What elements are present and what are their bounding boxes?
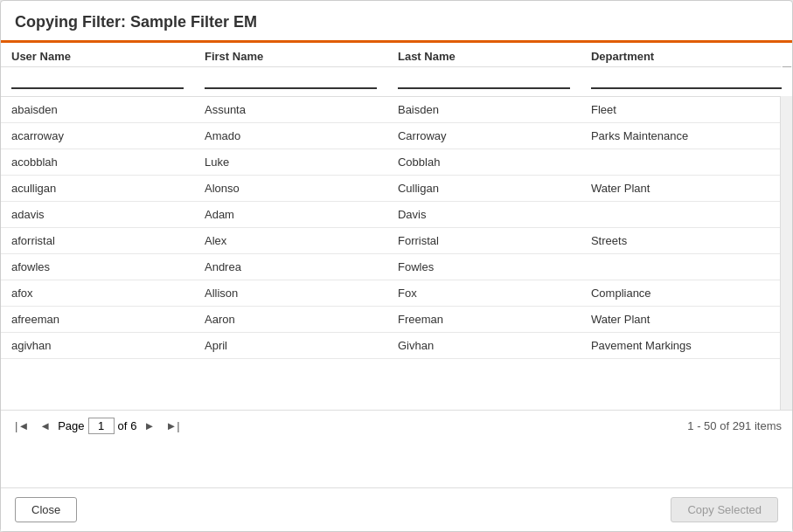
- page-label: Page: [58, 419, 84, 432]
- table-row[interactable]: acobblahLukeCobblah: [1, 149, 792, 176]
- cell-department: Compliance: [581, 280, 792, 307]
- cell-department: [581, 202, 792, 228]
- pagination-bar: |◄ ◄ Page of 6 ► ►| 1 - 50 of 291 items: [1, 410, 792, 441]
- filter-username-input[interactable]: [11, 71, 184, 89]
- cell-department: Streets: [581, 228, 792, 254]
- dialog-footer: Close Copy Selected: [1, 487, 792, 531]
- cell-firstname: Andrea: [194, 254, 387, 280]
- cell-lastname: Fowles: [387, 254, 581, 280]
- cell-firstname: Aaron: [194, 307, 387, 333]
- table-row[interactable]: agivhanAprilGivhanPavement Markings: [1, 333, 792, 359]
- close-button[interactable]: Close: [15, 497, 77, 522]
- cell-department: [581, 149, 792, 176]
- cell-lastname: Baisden: [387, 97, 581, 123]
- table-row[interactable]: aforristalAlexForristalStreets: [1, 228, 792, 254]
- total-pages: 6: [130, 419, 136, 432]
- table-row[interactable]: afoxAllisonFoxCompliance: [1, 280, 792, 307]
- filter-firstname-cell: [194, 67, 387, 97]
- items-info: 1 - 50 of 291 items: [687, 419, 782, 432]
- filter-username-cell: [1, 67, 194, 97]
- table-row[interactable]: afreemanAaronFreemanWater Plant: [1, 307, 792, 333]
- users-table: User Name First Name Last Name Departmen…: [1, 43, 792, 359]
- last-page-button[interactable]: ►|: [162, 418, 183, 434]
- cell-lastname: Culligan: [387, 176, 581, 202]
- copying-filter-dialog: Copying Filter: Sample Filter EM User Na…: [0, 0, 793, 532]
- copy-selected-button[interactable]: Copy Selected: [671, 497, 778, 522]
- first-page-button[interactable]: |◄: [11, 418, 32, 434]
- cell-department: Water Plant: [581, 176, 792, 202]
- cell-username: afox: [1, 280, 194, 307]
- cell-username: adavis: [1, 202, 194, 228]
- cell-firstname: Adam: [194, 202, 387, 228]
- cell-firstname: Allison: [194, 280, 387, 307]
- cell-department: Water Plant: [581, 307, 792, 333]
- table-row[interactable]: adavisAdamDavis: [1, 202, 792, 228]
- table-header-row: User Name First Name Last Name Departmen…: [1, 43, 792, 67]
- col-header-lastname: Last Name: [387, 43, 581, 67]
- cell-lastname: Forristal: [387, 228, 581, 254]
- table-body: abaisdenAssuntaBaisdenFleetacarrowayAmad…: [1, 97, 792, 359]
- cell-username: acobblah: [1, 149, 194, 176]
- filter-lastname-cell: [387, 67, 581, 97]
- filter-row: [1, 67, 792, 97]
- table-row[interactable]: acarrowayAmadoCarrowayParks Maintenance: [1, 123, 792, 149]
- filter-firstname-input[interactable]: [205, 71, 377, 89]
- cell-department: [581, 254, 792, 280]
- table-row[interactable]: aculliganAlonsoCulliganWater Plant: [1, 176, 792, 202]
- cell-firstname: Alex: [194, 228, 387, 254]
- table-row[interactable]: afowlesAndreaFowles: [1, 254, 792, 280]
- cell-department: Pavement Markings: [581, 333, 792, 359]
- filter-department-cell: [581, 67, 792, 97]
- cell-firstname: Alonso: [194, 176, 387, 202]
- cell-firstname: Assunta: [194, 97, 387, 123]
- cell-username: afreeman: [1, 307, 194, 333]
- next-page-button[interactable]: ►: [141, 418, 159, 434]
- prev-page-button[interactable]: ◄: [36, 418, 54, 434]
- cell-firstname: Amado: [194, 123, 387, 149]
- cell-username: aculligan: [1, 176, 194, 202]
- dialog-title: Copying Filter: Sample Filter EM: [15, 13, 257, 31]
- of-label: of: [118, 419, 128, 432]
- cell-username: afowles: [1, 254, 194, 280]
- cell-lastname: Carroway: [387, 123, 581, 149]
- cell-username: abaisden: [1, 97, 194, 123]
- dialog-header: Copying Filter: Sample Filter EM: [1, 1, 792, 43]
- cell-lastname: Freeman: [387, 307, 581, 333]
- cell-lastname: Givhan: [387, 333, 581, 359]
- cell-username: acarroway: [1, 123, 194, 149]
- pagination-left: |◄ ◄ Page of 6 ► ►|: [11, 418, 184, 434]
- cell-firstname: Luke: [194, 149, 387, 176]
- dialog-body: User Name First Name Last Name Departmen…: [1, 43, 792, 487]
- cell-firstname: April: [194, 333, 387, 359]
- filter-department-input[interactable]: [591, 71, 782, 89]
- col-header-department: Department: [581, 43, 792, 67]
- cell-lastname: Davis: [387, 202, 581, 228]
- cell-department: Parks Maintenance: [581, 123, 792, 149]
- col-header-username: User Name: [1, 43, 194, 67]
- cell-username: agivhan: [1, 333, 194, 359]
- table-row[interactable]: abaisdenAssuntaBaisdenFleet: [1, 97, 792, 123]
- cell-lastname: Fox: [387, 280, 581, 307]
- cell-lastname: Cobblah: [387, 149, 581, 176]
- page-number-input[interactable]: [88, 418, 115, 434]
- cell-department: Fleet: [581, 97, 792, 123]
- col-header-firstname: First Name: [194, 43, 387, 67]
- scrollbar[interactable]: [780, 43, 792, 410]
- filter-lastname-input[interactable]: [398, 71, 570, 89]
- cell-username: aforristal: [1, 228, 194, 254]
- table-scroll-wrapper[interactable]: User Name First Name Last Name Departmen…: [1, 43, 792, 410]
